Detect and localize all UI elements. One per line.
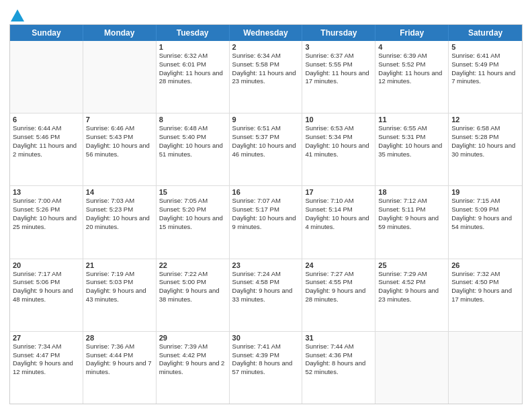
calendar-body: 1Sunrise: 6:32 AMSunset: 6:01 PMDaylight… bbox=[10, 41, 522, 404]
table-row bbox=[449, 332, 522, 404]
day-info: Sunrise: 6:39 AMSunset: 5:52 PMDaylight:… bbox=[378, 52, 445, 86]
header-tuesday: Tuesday bbox=[157, 25, 230, 41]
table-row: 12Sunrise: 6:58 AMSunset: 5:28 PMDayligh… bbox=[449, 113, 522, 185]
day-number: 23 bbox=[232, 261, 300, 269]
table-row: 3Sunrise: 6:37 AMSunset: 5:55 PMDaylight… bbox=[302, 41, 375, 113]
table-row: 16Sunrise: 7:07 AMSunset: 5:17 PMDayligh… bbox=[230, 186, 303, 258]
table-row: 22Sunrise: 7:22 AMSunset: 5:00 PMDayligh… bbox=[157, 259, 230, 331]
week-row-1: 1Sunrise: 6:32 AMSunset: 6:01 PMDaylight… bbox=[10, 41, 522, 113]
table-row: 7Sunrise: 6:46 AMSunset: 5:43 PMDaylight… bbox=[83, 113, 157, 185]
table-row: 17Sunrise: 7:10 AMSunset: 5:14 PMDayligh… bbox=[302, 186, 375, 258]
table-row bbox=[10, 41, 83, 113]
table-row: 29Sunrise: 7:39 AMSunset: 4:42 PMDayligh… bbox=[157, 332, 230, 404]
day-number: 22 bbox=[159, 261, 226, 269]
day-info: Sunrise: 7:24 AMSunset: 4:58 PMDaylight:… bbox=[232, 270, 300, 304]
page-container: Sunday Monday Tuesday Wednesday Thursday… bbox=[0, 0, 532, 411]
table-row: 4Sunrise: 6:39 AMSunset: 5:52 PMDaylight… bbox=[375, 41, 449, 113]
day-info: Sunrise: 6:32 AMSunset: 6:01 PMDaylight:… bbox=[159, 52, 226, 86]
logo-icon bbox=[11, 9, 26, 21]
table-row: 18Sunrise: 7:12 AMSunset: 5:11 PMDayligh… bbox=[375, 186, 449, 258]
day-number: 6 bbox=[13, 116, 80, 124]
day-info: Sunrise: 7:05 AMSunset: 5:20 PMDaylight:… bbox=[159, 197, 226, 231]
day-number: 29 bbox=[159, 334, 226, 342]
table-row: 14Sunrise: 7:03 AMSunset: 5:23 PMDayligh… bbox=[83, 186, 157, 258]
day-number: 14 bbox=[86, 188, 153, 196]
header-monday: Monday bbox=[83, 25, 157, 41]
day-number: 1 bbox=[159, 43, 226, 51]
day-number: 31 bbox=[305, 334, 372, 342]
day-number: 30 bbox=[232, 334, 300, 342]
day-info: Sunrise: 7:22 AMSunset: 5:00 PMDaylight:… bbox=[159, 270, 226, 304]
day-info: Sunrise: 6:53 AMSunset: 5:34 PMDaylight:… bbox=[305, 124, 372, 158]
table-row bbox=[375, 332, 449, 404]
header bbox=[9, 8, 523, 19]
day-number: 12 bbox=[451, 116, 519, 124]
logo bbox=[9, 8, 26, 19]
day-number: 17 bbox=[305, 188, 372, 196]
calendar: Sunday Monday Tuesday Wednesday Thursday… bbox=[9, 24, 523, 404]
day-info: Sunrise: 7:03 AMSunset: 5:23 PMDaylight:… bbox=[86, 197, 153, 231]
day-number: 26 bbox=[451, 261, 519, 269]
day-number: 27 bbox=[13, 334, 80, 342]
day-number: 15 bbox=[159, 188, 226, 196]
table-row bbox=[83, 41, 157, 113]
week-row-5: 27Sunrise: 7:34 AMSunset: 4:47 PMDayligh… bbox=[10, 331, 522, 404]
week-row-4: 20Sunrise: 7:17 AMSunset: 5:06 PMDayligh… bbox=[10, 259, 522, 331]
table-row: 5Sunrise: 6:41 AMSunset: 5:49 PMDaylight… bbox=[449, 41, 522, 113]
day-number: 7 bbox=[86, 116, 153, 124]
day-info: Sunrise: 6:51 AMSunset: 5:37 PMDaylight:… bbox=[232, 124, 300, 158]
day-info: Sunrise: 6:41 AMSunset: 5:49 PMDaylight:… bbox=[451, 52, 519, 86]
day-info: Sunrise: 7:44 AMSunset: 4:36 PMDaylight:… bbox=[305, 342, 372, 377]
day-info: Sunrise: 7:27 AMSunset: 4:55 PMDaylight:… bbox=[305, 270, 372, 304]
day-number: 11 bbox=[378, 116, 445, 124]
table-row: 2Sunrise: 6:34 AMSunset: 5:58 PMDaylight… bbox=[230, 41, 303, 113]
calendar-header: Sunday Monday Tuesday Wednesday Thursday… bbox=[10, 25, 522, 41]
day-number: 8 bbox=[159, 116, 226, 124]
day-number: 9 bbox=[232, 116, 300, 124]
day-number: 19 bbox=[451, 188, 519, 196]
day-info: Sunrise: 6:37 AMSunset: 5:55 PMDaylight:… bbox=[305, 52, 372, 86]
table-row: 23Sunrise: 7:24 AMSunset: 4:58 PMDayligh… bbox=[230, 259, 303, 331]
week-row-3: 13Sunrise: 7:00 AMSunset: 5:26 PMDayligh… bbox=[10, 185, 522, 258]
day-number: 13 bbox=[13, 188, 80, 196]
day-number: 18 bbox=[378, 188, 445, 196]
day-info: Sunrise: 7:17 AMSunset: 5:06 PMDaylight:… bbox=[13, 270, 80, 304]
svg-marker-0 bbox=[11, 9, 24, 21]
table-row: 21Sunrise: 7:19 AMSunset: 5:03 PMDayligh… bbox=[83, 259, 157, 331]
table-row: 31Sunrise: 7:44 AMSunset: 4:36 PMDayligh… bbox=[302, 332, 375, 404]
header-friday: Friday bbox=[375, 25, 449, 41]
day-info: Sunrise: 7:07 AMSunset: 5:17 PMDaylight:… bbox=[232, 197, 300, 231]
header-thursday: Thursday bbox=[302, 25, 375, 41]
table-row: 30Sunrise: 7:41 AMSunset: 4:39 PMDayligh… bbox=[230, 332, 303, 404]
day-number: 24 bbox=[305, 261, 372, 269]
day-number: 2 bbox=[232, 43, 300, 51]
day-number: 21 bbox=[86, 261, 153, 269]
day-info: Sunrise: 7:29 AMSunset: 4:52 PMDaylight:… bbox=[378, 270, 445, 304]
day-number: 4 bbox=[378, 43, 445, 51]
table-row: 11Sunrise: 6:55 AMSunset: 5:31 PMDayligh… bbox=[375, 113, 449, 185]
day-info: Sunrise: 7:12 AMSunset: 5:11 PMDaylight:… bbox=[378, 197, 445, 231]
day-info: Sunrise: 6:48 AMSunset: 5:40 PMDaylight:… bbox=[159, 124, 226, 158]
day-info: Sunrise: 6:46 AMSunset: 5:43 PMDaylight:… bbox=[86, 124, 153, 158]
table-row: 10Sunrise: 6:53 AMSunset: 5:34 PMDayligh… bbox=[302, 113, 375, 185]
day-info: Sunrise: 7:15 AMSunset: 5:09 PMDaylight:… bbox=[451, 197, 519, 231]
day-info: Sunrise: 7:36 AMSunset: 4:44 PMDaylight:… bbox=[86, 342, 153, 377]
day-info: Sunrise: 7:10 AMSunset: 5:14 PMDaylight:… bbox=[305, 197, 372, 231]
day-number: 20 bbox=[13, 261, 80, 269]
day-number: 25 bbox=[378, 261, 445, 269]
table-row: 19Sunrise: 7:15 AMSunset: 5:09 PMDayligh… bbox=[449, 186, 522, 258]
day-info: Sunrise: 7:32 AMSunset: 4:50 PMDaylight:… bbox=[451, 270, 519, 304]
table-row: 28Sunrise: 7:36 AMSunset: 4:44 PMDayligh… bbox=[83, 332, 157, 404]
header-saturday: Saturday bbox=[449, 25, 522, 41]
day-number: 5 bbox=[451, 43, 519, 51]
table-row: 15Sunrise: 7:05 AMSunset: 5:20 PMDayligh… bbox=[157, 186, 230, 258]
day-number: 3 bbox=[305, 43, 372, 51]
header-wednesday: Wednesday bbox=[230, 25, 303, 41]
day-number: 28 bbox=[86, 334, 153, 342]
table-row: 6Sunrise: 6:44 AMSunset: 5:46 PMDaylight… bbox=[10, 113, 83, 185]
day-info: Sunrise: 7:34 AMSunset: 4:47 PMDaylight:… bbox=[13, 342, 80, 377]
table-row: 1Sunrise: 6:32 AMSunset: 6:01 PMDaylight… bbox=[157, 41, 230, 113]
day-info: Sunrise: 6:55 AMSunset: 5:31 PMDaylight:… bbox=[378, 124, 445, 158]
header-sunday: Sunday bbox=[10, 25, 83, 41]
table-row: 25Sunrise: 7:29 AMSunset: 4:52 PMDayligh… bbox=[375, 259, 449, 331]
